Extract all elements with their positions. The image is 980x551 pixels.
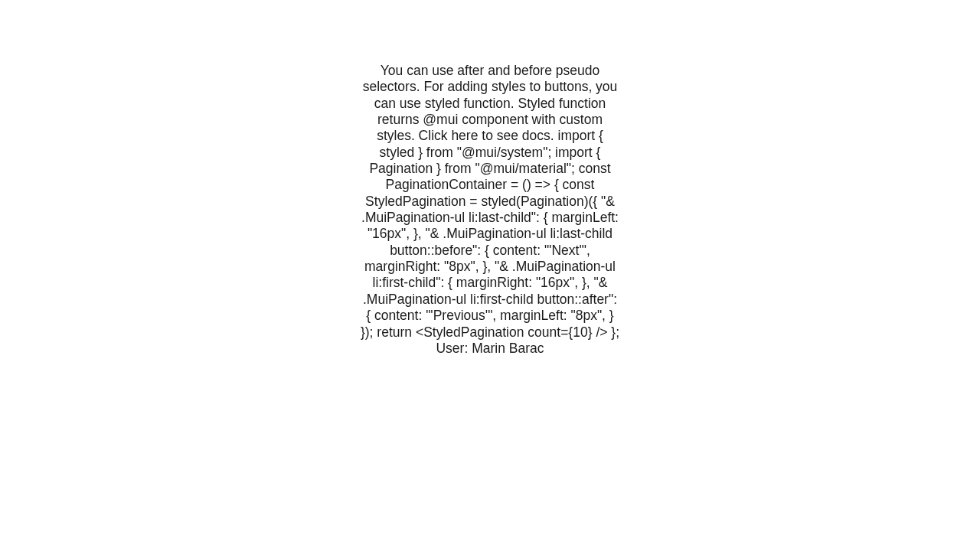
content-text-block: You can use after and before pseudo sele… [360,63,620,357]
content-text: You can use after and before pseudo sele… [361,63,619,356]
